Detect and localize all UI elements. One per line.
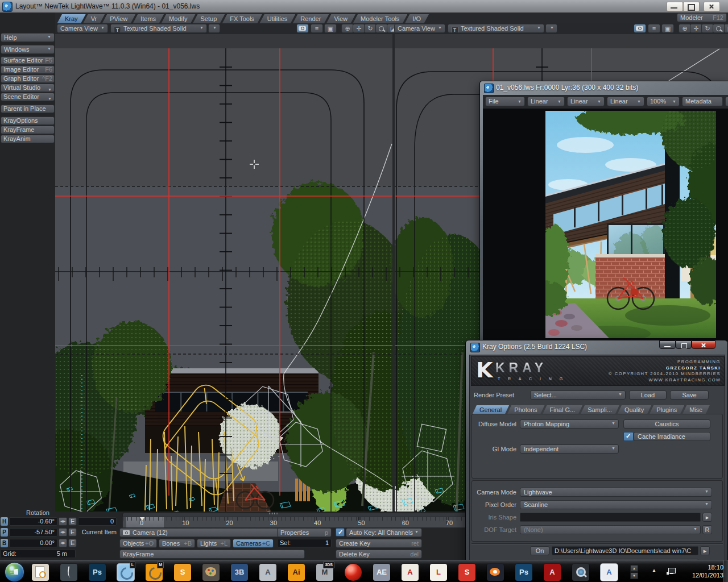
item-list-icon[interactable]: ≡ [648, 24, 660, 33]
taskbar-icon-red-ball-app[interactable] [345, 564, 362, 581]
restore-button[interactable] [683, 2, 700, 11]
network-tray-icon[interactable] [667, 568, 676, 575]
taskbar-icon-search-magnifier[interactable] [572, 564, 589, 581]
taskbar-icon-max-3ds[interactable]: M3DS [316, 564, 333, 581]
select-objects-button[interactable]: Objects+O [119, 539, 157, 548]
sidebar-item-krayoptions[interactable]: KrayOptions [1, 117, 55, 125]
taskbar-icon-photoshop[interactable]: Ps [89, 564, 106, 581]
menu-tab-fx-tools[interactable]: FX Tools [222, 14, 262, 24]
render-toolbar-linear-1[interactable]: Linear [527, 97, 565, 106]
taskbar-icon-sketchup[interactable]: S [458, 564, 475, 581]
menu-tab-setup[interactable]: Setup [193, 14, 225, 24]
output-path-browse-button[interactable]: ▸ [700, 546, 710, 555]
iris-shape-input[interactable] [520, 513, 701, 522]
show-desktop-button[interactable] [723, 560, 728, 582]
move-tool-icon[interactable]: ✛ [690, 24, 702, 33]
minimize-button[interactable] [667, 2, 683, 11]
scroll-down-button[interactable]: ▼ [630, 572, 638, 579]
sidebar-item-krayframe[interactable]: KrayFrame [1, 126, 55, 134]
rotate-tool-icon[interactable]: ↻ [701, 24, 714, 33]
create-key-button[interactable]: Create Key ret [336, 539, 422, 548]
shade-mode-dropdown-right[interactable]: TTextured Shaded Solid [448, 24, 544, 33]
render-toolbar-linear-2[interactable]: Linear [567, 97, 605, 106]
render-toolbar-layer-6[interactable]: Layer [725, 97, 728, 106]
channel-b-stepper[interactable]: ◀▶ [59, 539, 67, 547]
menu-tab-render[interactable]: Render [292, 14, 329, 24]
save-view-icon[interactable]: ▣ [324, 24, 337, 33]
help-menu[interactable]: Help [1, 33, 55, 42]
select-bones-button[interactable]: Bones+B [159, 539, 195, 548]
kray-close-button[interactable] [692, 340, 715, 349]
render-preset-dropdown[interactable]: Select... [530, 390, 626, 400]
render-window-titlebar[interactable]: 01_v056.lws Fr:0000 Lyr:36 (300 x 400 32… [483, 83, 728, 94]
camera-toggle-icon[interactable] [296, 24, 309, 33]
shade-options-dropdown-right[interactable] [545, 24, 557, 33]
taskbar-clock[interactable]: 18:10 12/01/2013 [682, 563, 723, 579]
render-toolbar-metadata-5[interactable]: Metadata [682, 97, 723, 106]
sidebar-item-surface-editor[interactable]: Surface EditorF5 [1, 56, 55, 65]
pixel-order-dropdown[interactable]: Scanline [520, 500, 712, 509]
move-tool-icon[interactable]: ✛ [353, 24, 365, 33]
sidebar-item-scene-editor[interactable]: Scene Editor [1, 93, 55, 101]
channel-h-envelope-button[interactable]: E [68, 517, 77, 526]
close-button[interactable] [704, 2, 720, 11]
taskbar-icon-lightwave-layout[interactable]: L [117, 564, 134, 581]
camera-mode-dropdown[interactable]: Lightwave [520, 488, 712, 497]
dof-reset-button[interactable]: R [702, 525, 712, 534]
taskbar-icon-l-blocks-app[interactable]: L [430, 564, 447, 581]
taskbar-icon-acrobat-reader[interactable]: A [544, 564, 561, 581]
camera-toggle-icon[interactable] [634, 24, 646, 33]
render-toolbar-file-0[interactable]: File [485, 97, 525, 106]
expand-view-icon[interactable]: ◪ [724, 24, 728, 33]
load-button[interactable]: Load [629, 390, 667, 400]
scroll-up-button[interactable]: ▲ [630, 565, 638, 572]
menu-tab-pview[interactable]: PView [102, 14, 135, 24]
menu-tab-vr[interactable]: Vr [83, 14, 105, 24]
frame-number-field[interactable]: 0 [78, 517, 117, 526]
taskbar-icon-coat-3d[interactable]: 3B [231, 564, 248, 581]
channel-h-value[interactable]: -0.60° [9, 517, 57, 526]
taskbar-icon-acrobat[interactable]: A [402, 564, 419, 581]
delete-key-button[interactable]: Delete Key del [336, 550, 422, 559]
view-mode-dropdown-left[interactable]: Camera View [57, 24, 108, 33]
caustics-button[interactable]: Caustics [623, 419, 710, 429]
save-view-icon[interactable]: ▣ [661, 24, 674, 33]
output-path-field[interactable]: D:\Users\Lightwave3D IO\Documents\cad wi… [552, 546, 698, 555]
output-on-button[interactable]: On [530, 546, 549, 555]
taskbar-icon-photoshop-2[interactable]: Ps [515, 564, 532, 581]
taskbar-icon-autodesk-app[interactable]: A [259, 564, 276, 581]
sidebar-item-graph-editor[interactable]: Graph Editor^F2 [1, 74, 55, 83]
properties-button[interactable]: Properties p [277, 528, 332, 537]
channel-h-stepper[interactable]: ◀▶ [59, 517, 67, 526]
menu-tab-modify[interactable]: Modify [161, 14, 195, 24]
render-toolbar-100-4[interactable]: 100% [647, 97, 680, 106]
sidebar-item-parent-in-place[interactable]: Parent in Place [1, 105, 55, 113]
taskbar-icon-paint-app[interactable] [202, 564, 220, 581]
zoom-tool-icon[interactable] [375, 24, 388, 33]
zoom-tool-icon[interactable] [713, 24, 725, 33]
taskbar-icon-doc-viewer[interactable]: A [601, 564, 618, 581]
render-toolbar-linear-3[interactable]: Linear [607, 97, 644, 106]
menu-tab-i-o[interactable]: I/O [404, 14, 429, 24]
channel-b-value[interactable]: 0.00° [9, 539, 57, 547]
modeler-button[interactable]: Modeler F12 [677, 13, 727, 22]
rotate-tool-icon[interactable]: ↻ [364, 24, 377, 33]
save-button[interactable]: Save [670, 390, 709, 400]
autokey-dropdown[interactable]: Auto Key: All Channels [346, 528, 422, 537]
autokey-checkbox[interactable] [336, 528, 345, 537]
channel-p-envelope-button[interactable]: E [68, 528, 77, 537]
gi-mode-dropdown[interactable]: Independent [520, 444, 619, 454]
channel-p-value[interactable]: -57.50° [9, 528, 57, 537]
menu-tab-modeler-tools[interactable]: Modeler Tools [353, 14, 407, 24]
start-button[interactable] [5, 562, 24, 582]
sidebar-item-image-editor[interactable]: Image EditorF6 [1, 65, 55, 74]
dof-target-dropdown[interactable]: (None) [520, 525, 701, 534]
menu-tab-kray[interactable]: Kray [57, 14, 86, 24]
channel-p-stepper[interactable]: ◀▶ [59, 528, 67, 537]
channel-h-chip[interactable]: H [1, 517, 8, 526]
taskbar-scroll-spinner[interactable]: ▲ ▼ [630, 565, 638, 580]
pan-tool-icon[interactable]: ⊕ [679, 24, 691, 33]
menu-tab-view[interactable]: View [326, 14, 355, 24]
shade-mode-dropdown-left[interactable]: TTextured Shaded Solid [110, 24, 207, 33]
cache-irradiance-checkbox[interactable] [623, 432, 634, 441]
